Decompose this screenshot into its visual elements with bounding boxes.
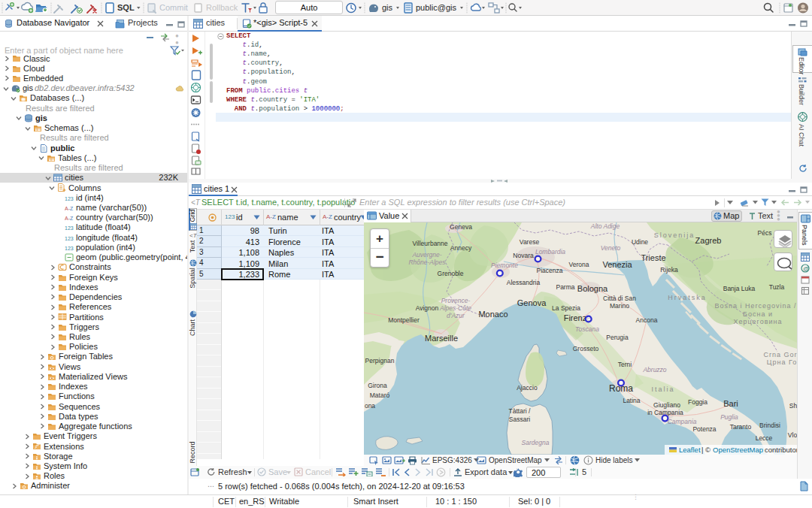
svg-text:Alpes-Côte: Alpes-Côte [439,304,471,312]
svg-text:Banja Luka: Banja Luka [723,285,756,292]
svg-text:Sardegna: Sardegna [522,439,550,446]
svg-text:@: @ [803,265,809,272]
svg-text:Giugliano: Giugliano [653,401,680,409]
svg-text:Ajaccio: Ajaccio [517,384,538,392]
svg-text:Perpignan: Perpignan [365,357,395,364]
svg-text:Città di San: Città di San [603,295,636,302]
svg-text:Provence-: Provence- [441,297,471,304]
svg-text:Verona: Verona [569,261,589,268]
svg-text:Crna Gor: Crna Gor [763,351,797,358]
svg-text:Marseille: Marseille [425,334,458,343]
svg-text:|: | [701,446,703,454]
svg-text:OpenStreetMap: OpenStreetMap [713,446,763,454]
svg-text:Geneva: Geneva [450,223,472,231]
svg-text:ona: ona [365,402,375,410]
svg-text:Campania: Campania [668,418,697,425]
svg-text:Piemonte: Piemonte [491,262,518,269]
svg-text:La Spezia: La Spezia [552,304,580,312]
svg-text:Zagreb: Zagreb [695,236,722,245]
svg-text:contributors: contributors [765,446,797,454]
svg-text:Villeurbanne: Villeurbanne [412,240,447,247]
svg-text:Босна и: Босна и [743,310,773,318]
svg-text:Varese: Varese [520,238,540,246]
svg-text:Annecy: Annecy [450,244,472,252]
svg-text:Latina: Latina [623,397,640,404]
svg-text:Novara: Novara [513,252,534,259]
svg-text:Tuzla: Tuzla [769,283,785,291]
svg-text:Piacenza: Piacenza [537,267,563,274]
svg-text:Bosna i Hercegovina /: Bosna i Hercegovina / [714,302,796,310]
svg-text:Leaflet: Leaflet [679,446,701,454]
svg-text:Auvergne-: Auvergne- [411,251,441,259]
svg-text:Marino: Marino [610,302,629,310]
svg-text:Avignon: Avignon [416,304,439,312]
svg-text:Perugia: Perugia [606,334,629,341]
svg-text:Abruzzo: Abruzzo [642,366,666,373]
svg-text:Genova: Genova [517,298,547,307]
svg-text:Italia: Italia [651,386,674,393]
svg-text:Potenza: Potenza [692,425,716,433]
svg-text:Foggia: Foggia [688,398,707,406]
svg-text:Rhône-Alpes: Rhône-Alpes [408,259,446,266]
svg-text:Rijeka: Rijeka [660,266,678,274]
svg-text:©: © [705,446,710,454]
svg-text:Terni: Terni [618,361,632,368]
svg-text:Hrvatska: Hrvatska [668,294,707,301]
svg-text:Sh: Sh [789,402,797,410]
svg-text:Brindisi: Brindisi [759,422,780,429]
svg-text:Girona: Girona [368,382,387,389]
svg-text:Udine: Udine [632,238,648,246]
svg-text:Lecce: Lecce [756,434,773,442]
svg-text:Veneto: Veneto [601,244,621,252]
svg-text:Taranto: Taranto [730,423,752,431]
svg-text:Toscana: Toscana [575,325,599,333]
svg-text:Trieste: Trieste [641,253,665,262]
svg-text:Alto Adige: Alto Adige [590,222,620,230]
svg-text:Grosseto: Grosseto [573,345,599,352]
svg-text:Parma: Parma [556,283,574,291]
svg-text:Venezia: Venezia [602,260,632,269]
svg-text:Grenoble: Grenoble [438,270,464,277]
svg-text:Puglia: Puglia [720,413,738,421]
svg-text:Pécs: Pécs [758,229,772,237]
svg-text:Bologna: Bologna [577,284,608,293]
svg-text:Sassari: Sassari [509,416,530,423]
svg-text:Ancona: Ancona [636,316,658,324]
svg-text:Tàttari /: Tàttari / [509,407,531,415]
svg-text:Lombardia: Lombardia [535,248,565,256]
svg-text:d'Azur: d'Azur [447,312,465,319]
svg-text:Monaco: Monaco [478,310,508,319]
svg-text:Montpellier: Montpellier [388,316,420,324]
svg-text:Херцеговина: Херцеговина [734,318,783,325]
svg-text:Mataró: Mataró [370,392,390,399]
svg-text:Црна Го: Црна Го [767,358,797,366]
svg-text:Vlo: Vlo [788,431,797,439]
svg-text:Alessandria: Alessandria [507,279,541,286]
svg-text:Bari: Bari [723,399,738,408]
svg-text:Slovenija: Slovenija [654,231,695,239]
